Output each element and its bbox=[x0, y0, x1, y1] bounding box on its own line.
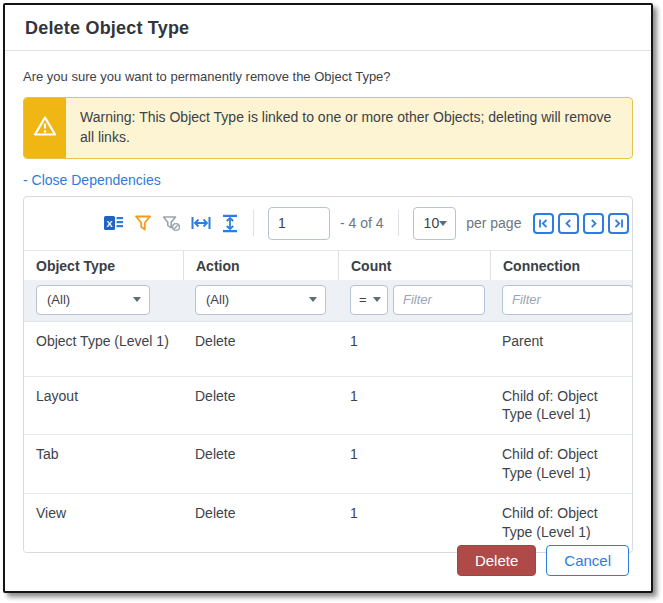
cell-count: 1 bbox=[338, 322, 490, 376]
dependencies-grid: X bbox=[23, 196, 633, 553]
page-size-dropdown[interactable]: 10 bbox=[413, 207, 457, 240]
table-row[interactable]: View Delete 1 Child of: Object Type (Lev… bbox=[24, 493, 632, 552]
close-dependencies-link[interactable]: - Close Dependencies bbox=[23, 172, 161, 188]
delete-button[interactable]: Delete bbox=[457, 545, 536, 576]
table-row[interactable]: Layout Delete 1 Child of: Object Type (L… bbox=[24, 376, 632, 435]
connection-filter-input[interactable] bbox=[502, 285, 633, 315]
warning-triangle-icon bbox=[33, 115, 57, 141]
confirmation-message: Are you sure you want to permanently rem… bbox=[23, 69, 633, 84]
cell-action: Delete bbox=[183, 494, 338, 552]
pager bbox=[533, 213, 629, 234]
per-page-label: per page bbox=[466, 215, 521, 231]
table-row[interactable]: Tab Delete 1 Child of: Object Type (Leve… bbox=[24, 434, 632, 493]
dialog-title: Delete Object Type bbox=[25, 18, 631, 39]
cell-count: 1 bbox=[338, 435, 490, 493]
count-operator-value: = bbox=[359, 292, 367, 307]
page-range-text: - 4 of 4 bbox=[340, 215, 384, 231]
svg-text:X: X bbox=[106, 219, 112, 229]
cell-action: Delete bbox=[183, 322, 338, 376]
chevron-down-icon bbox=[373, 297, 381, 302]
cell-count: 1 bbox=[338, 377, 490, 435]
object-type-filter-dropdown[interactable]: (All) bbox=[36, 285, 150, 315]
page-number-input[interactable] bbox=[268, 207, 330, 240]
cell-object-type: Tab bbox=[24, 435, 183, 493]
cell-action: Delete bbox=[183, 435, 338, 493]
toolbar-divider bbox=[398, 210, 399, 236]
page-size-value: 10 bbox=[424, 215, 440, 231]
dialog-header: Delete Object Type bbox=[5, 5, 651, 51]
excel-export-icon[interactable]: X bbox=[104, 212, 124, 234]
chevron-down-icon bbox=[439, 221, 447, 226]
warning-banner: Warning: This Object Type is linked to o… bbox=[23, 97, 633, 159]
prev-page-button[interactable] bbox=[558, 213, 579, 234]
cell-connection: Parent bbox=[490, 322, 632, 376]
cancel-button[interactable]: Cancel bbox=[546, 545, 629, 576]
table-row[interactable]: Object Type (Level 1) Delete 1 Parent bbox=[24, 321, 632, 376]
cell-object-type: Object Type (Level 1) bbox=[24, 322, 183, 376]
toolbar-divider bbox=[253, 210, 254, 236]
cell-action: Delete bbox=[183, 377, 338, 435]
action-filter-value: (All) bbox=[206, 292, 229, 307]
grid-filter-row: (All) (All) = bbox=[24, 280, 632, 321]
cell-connection: Child of: Object Type (Level 1) bbox=[490, 494, 632, 552]
fit-column-width-icon[interactable] bbox=[191, 212, 211, 234]
action-filter-dropdown[interactable]: (All) bbox=[195, 285, 326, 315]
column-header-count[interactable]: Count bbox=[338, 251, 490, 280]
grid-body: Object Type (Level 1) Delete 1 Parent La… bbox=[24, 321, 632, 552]
count-operator-dropdown[interactable]: = bbox=[350, 285, 388, 315]
last-page-button[interactable] bbox=[608, 213, 629, 234]
grid-header-row: Object Type Action Count Connection bbox=[24, 250, 632, 280]
cell-object-type: View bbox=[24, 494, 183, 552]
column-header-connection[interactable]: Connection bbox=[490, 251, 632, 280]
chevron-down-icon bbox=[133, 297, 141, 302]
clear-filter-icon[interactable] bbox=[162, 212, 181, 234]
cell-connection: Child of: Object Type (Level 1) bbox=[490, 377, 632, 435]
column-header-action[interactable]: Action bbox=[183, 251, 338, 280]
cell-connection: Child of: Object Type (Level 1) bbox=[490, 435, 632, 493]
warning-message: Warning: This Object Type is linked to o… bbox=[66, 98, 632, 158]
object-type-filter-value: (All) bbox=[47, 292, 70, 307]
warning-icon-strip bbox=[24, 98, 66, 158]
cell-object-type: Layout bbox=[24, 377, 183, 435]
column-header-object-type[interactable]: Object Type bbox=[24, 251, 183, 280]
first-page-button[interactable] bbox=[533, 213, 554, 234]
chevron-down-icon bbox=[309, 297, 317, 302]
delete-object-type-dialog: Delete Object Type Are you sure you want… bbox=[3, 3, 653, 593]
dialog-footer: Delete Cancel bbox=[457, 545, 629, 576]
cell-count: 1 bbox=[338, 494, 490, 552]
grid-toolbar: X bbox=[24, 197, 632, 250]
next-page-button[interactable] bbox=[583, 213, 604, 234]
fit-row-height-icon[interactable] bbox=[221, 212, 239, 234]
filter-icon[interactable] bbox=[134, 212, 152, 234]
count-filter-input[interactable] bbox=[393, 285, 485, 315]
